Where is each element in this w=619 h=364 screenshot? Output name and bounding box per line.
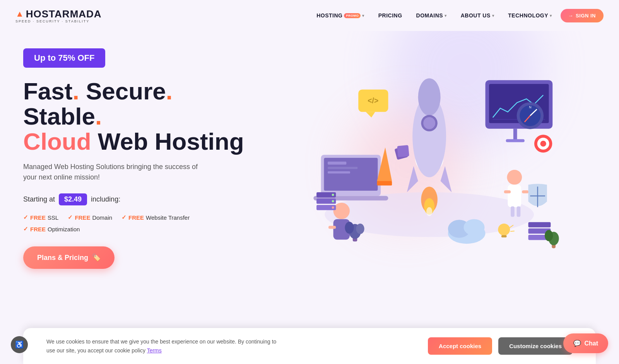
chevron-down-icon: ▾ [445,14,447,18]
main-nav: HOSTING PROMO ▾ PRICING DOMAINS ▾ ABOUT … [311,9,604,22]
svg-point-63 [498,224,510,236]
features-list: ✓ FREE SSL ✓ FREE Domain ✓ FREE Website … [23,214,255,232]
check-icon: ✓ [23,214,28,221]
svg-rect-6 [328,171,350,174]
feature-text-transfer: Website Transfer [146,214,190,221]
svg-rect-64 [501,235,507,238]
customize-cookies-button[interactable]: Customize cookies [498,337,573,355]
free-label: FREE [75,214,90,221]
header: ▲ HOSTARMADA SPEED · SECURITY · STABILIT… [0,0,619,31]
feature-transfer: ✓ FREE Website Transfer [121,214,190,221]
svg-rect-5 [328,167,357,169]
logo-tagline: SPEED · SECURITY · STABILITY [15,19,89,23]
including-label: including: [91,195,120,203]
check-icon: ✓ [68,214,73,221]
svg-line-66 [510,231,515,231]
cookie-message: We use cookies to ensure that we give yo… [46,337,279,355]
svg-rect-33 [377,181,392,186]
svg-rect-9 [328,226,336,229]
sign-in-button[interactable]: → SIGN IN [561,9,604,22]
logo[interactable]: ▲ HOSTARMADA SPEED · SECURITY · STABILIT… [15,8,102,23]
accessibility-button[interactable]: ♿ [11,336,28,353]
svg-point-16 [332,207,334,209]
chevron-down-icon: ▾ [550,14,552,18]
feature-text-ssl: SSL [48,214,58,221]
svg-rect-4 [328,162,346,165]
promo-badge: PROMO [344,13,361,18]
chat-icon: 💬 [573,340,581,347]
cookie-actions: Accept cookies Customize cookies [428,337,573,355]
svg-rect-71 [397,145,409,157]
plans-btn-label: Plans & Pricing [37,254,88,262]
svg-point-7 [333,203,350,219]
hero-illustration: W [255,50,596,267]
logo-icon: ▲ [15,9,24,19]
nav-item-technology[interactable]: TECHNOLOGY ▾ [503,9,557,22]
logo-text: ▲ HOSTARMADA [15,8,102,20]
free-label: FREE [128,214,144,221]
free-label: FREE [30,214,46,221]
chat-label: Chat [584,340,598,347]
heading-web-hosting: Web Hosting [98,128,244,155]
svg-point-62 [545,230,553,241]
hero-section: Up to 75% OFF Fast. Secure. Stable. Clou… [0,31,619,279]
hero-subtext: Managed Web Hosting Solutions bringing t… [23,162,209,183]
heading-secure: Secure [86,78,166,104]
svg-point-59 [356,224,364,234]
svg-point-37 [507,170,522,185]
svg-rect-20 [513,129,517,140]
cookie-banner: We use cookies to ensure that we give yo… [23,328,596,364]
cookie-terms-link[interactable]: Terms [147,347,162,354]
svg-point-58 [345,222,354,234]
svg-rect-45 [528,222,551,227]
hero-content: Up to 75% OFF Fast. Secure. Stable. Clou… [23,48,255,269]
price-badge: $2.49 [59,193,87,205]
plans-pricing-button[interactable]: Plans & Pricing 🏷️ [23,246,115,269]
nav-item-domains[interactable]: DOMAINS ▾ [411,9,452,22]
feature-ssl: ✓ FREE SSL [23,214,58,221]
svg-point-15 [332,200,334,202]
sign-in-icon: → [568,13,574,19]
heading-fast: Fast [23,78,72,104]
feature-text-domain: Domain [92,214,112,221]
tag-icon: 🏷️ [92,253,101,262]
svg-point-36 [463,219,484,235]
svg-rect-41 [511,207,515,217]
discount-badge: Up to 75% OFF [23,48,105,68]
chat-button[interactable]: 💬 Chat [563,333,608,353]
starting-price-row: Starting at $2.49 including: [23,193,255,205]
svg-rect-38 [508,185,521,207]
check-icon: ✓ [121,214,127,221]
svg-rect-40 [522,190,528,193]
accept-cookies-button[interactable]: Accept cookies [428,337,492,355]
feature-optimization: ✓ FREE Optimization [23,226,80,232]
svg-text:</>: </> [368,97,378,105]
nav-item-about[interactable]: ABOUT US ▾ [455,9,500,22]
svg-rect-42 [517,207,521,217]
hero-svg: W [255,50,596,267]
svg-text:N: N [529,105,531,109]
heading-stable: Stable [23,103,95,130]
svg-rect-21 [506,139,525,142]
svg-marker-68 [366,112,375,117]
starting-label: Starting at [23,195,55,203]
free-label: FREE [30,226,46,232]
svg-rect-39 [504,190,511,193]
hero-heading: Fast. Secure. Stable. Cloud Web Hosting [23,79,255,154]
svg-point-28 [423,117,435,129]
svg-point-26 [418,78,441,116]
svg-point-55 [540,141,546,147]
chevron-down-icon: ▾ [492,14,494,18]
nav-item-pricing[interactable]: PRICING [373,9,408,22]
nav-item-hosting[interactable]: HOSTING PROMO ▾ [311,9,370,22]
feature-domain: ✓ FREE Domain [68,214,112,221]
svg-point-31 [426,207,432,216]
accessibility-icon: ♿ [15,340,24,349]
svg-point-14 [332,194,334,196]
chevron-down-icon: ▾ [362,14,364,18]
check-icon: ✓ [23,226,28,232]
heading-cloud: Cloud [23,128,91,155]
feature-text-optimization: Optimization [48,226,80,232]
